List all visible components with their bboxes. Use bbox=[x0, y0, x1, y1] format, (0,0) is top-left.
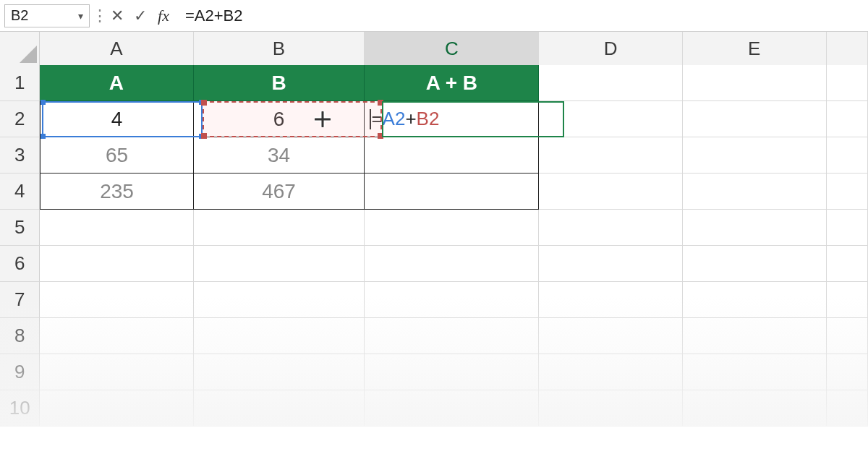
cell-c5[interactable] bbox=[365, 210, 539, 246]
cell-f7[interactable] bbox=[827, 282, 868, 318]
table-row: 6 bbox=[0, 246, 868, 282]
row-header-7[interactable]: 7 bbox=[0, 282, 40, 318]
separator-icon: ⋮ bbox=[97, 4, 103, 27]
table-row: 3 65 34 bbox=[0, 137, 868, 174]
excel-cross-cursor-icon bbox=[315, 111, 331, 127]
cell-f4[interactable] bbox=[827, 174, 868, 210]
cell-a4[interactable]: 235 bbox=[40, 174, 193, 210]
cell-e9[interactable] bbox=[683, 354, 827, 390]
cell-c2-editing[interactable]: =A2+B2 bbox=[365, 101, 539, 137]
row-header-1[interactable]: 1 bbox=[0, 65, 40, 101]
cell-c7[interactable] bbox=[365, 282, 539, 318]
cell-b1[interactable]: B bbox=[194, 65, 365, 101]
column-header-b[interactable]: B bbox=[194, 32, 365, 65]
row-header-3[interactable]: 3 bbox=[0, 137, 40, 174]
column-header-d[interactable]: D bbox=[539, 32, 683, 65]
cancel-button[interactable]: ✕ bbox=[106, 4, 129, 27]
enter-button[interactable]: ✓ bbox=[129, 4, 152, 27]
cell-b2[interactable]: 6 bbox=[194, 101, 365, 137]
name-box[interactable]: B2 ▾ bbox=[4, 4, 90, 27]
cell-a2[interactable]: 4 bbox=[40, 101, 193, 137]
cell-e3[interactable] bbox=[683, 137, 827, 174]
cell-f3[interactable] bbox=[827, 137, 868, 174]
cell-c1[interactable]: A + B bbox=[365, 65, 539, 101]
row-header-4[interactable]: 4 bbox=[0, 174, 40, 210]
cell-b10[interactable] bbox=[194, 390, 365, 427]
cell-e8[interactable] bbox=[683, 318, 827, 354]
cell-d10[interactable] bbox=[539, 390, 683, 427]
cell-b5[interactable] bbox=[194, 210, 365, 246]
row-header-2[interactable]: 2 bbox=[0, 101, 40, 137]
select-all-corner[interactable] bbox=[0, 32, 40, 65]
cell-f9[interactable] bbox=[827, 354, 868, 390]
row-header-8[interactable]: 8 bbox=[0, 318, 40, 354]
table-row: 2 4 6 =A2+B2 bbox=[0, 101, 868, 137]
insert-function-button[interactable]: fx bbox=[152, 4, 175, 27]
table-row: 1 A B A + B bbox=[0, 65, 868, 101]
formula-eq: = bbox=[371, 108, 382, 130]
cell-b6[interactable] bbox=[194, 246, 365, 282]
spreadsheet-grid: A B C D E 1 A B A + B 2 4 6 bbox=[0, 32, 868, 427]
column-header-f[interactable] bbox=[827, 32, 868, 65]
column-header-e[interactable]: E bbox=[683, 32, 827, 65]
cell-c6[interactable] bbox=[365, 246, 539, 282]
table-row: 4 235 467 bbox=[0, 174, 868, 210]
cell-d3[interactable] bbox=[539, 137, 683, 174]
formula-input[interactable] bbox=[175, 4, 864, 27]
cell-a10[interactable] bbox=[40, 390, 193, 427]
cell-b9[interactable] bbox=[194, 354, 365, 390]
cell-d9[interactable] bbox=[539, 354, 683, 390]
name-box-value: B2 bbox=[11, 7, 28, 24]
cell-e6[interactable] bbox=[683, 246, 827, 282]
cell-e4[interactable] bbox=[683, 174, 827, 210]
row-header-9[interactable]: 9 bbox=[0, 354, 40, 390]
cell-a1[interactable]: A bbox=[40, 65, 193, 101]
cell-f6[interactable] bbox=[827, 246, 868, 282]
cell-c9[interactable] bbox=[365, 354, 539, 390]
row-header-6[interactable]: 6 bbox=[0, 246, 40, 282]
cell-d6[interactable] bbox=[539, 246, 683, 282]
cell-c8[interactable] bbox=[365, 318, 539, 354]
cell-e7[interactable] bbox=[683, 282, 827, 318]
cell-b2-value: 6 bbox=[273, 108, 285, 131]
column-header-c[interactable]: C bbox=[365, 32, 539, 65]
cell-d4[interactable] bbox=[539, 174, 683, 210]
table-row: 5 bbox=[0, 210, 868, 246]
cell-f8[interactable] bbox=[827, 318, 868, 354]
cell-b7[interactable] bbox=[194, 282, 365, 318]
chevron-down-icon[interactable]: ▾ bbox=[78, 10, 83, 22]
row-header-5[interactable]: 5 bbox=[0, 210, 40, 246]
cell-d2[interactable] bbox=[539, 101, 683, 137]
cell-e5[interactable] bbox=[683, 210, 827, 246]
rows-container: 1 A B A + B 2 4 6 =A2+B2 bbox=[0, 65, 868, 427]
cell-a3[interactable]: 65 bbox=[40, 137, 193, 174]
table-row: 8 bbox=[0, 318, 868, 354]
cell-e10[interactable] bbox=[683, 390, 827, 427]
cell-e2[interactable] bbox=[683, 101, 827, 137]
cell-f2[interactable] bbox=[827, 101, 868, 137]
cell-c4[interactable] bbox=[365, 174, 539, 210]
cell-a5[interactable] bbox=[40, 210, 193, 246]
cell-d7[interactable] bbox=[539, 282, 683, 318]
cell-b4[interactable]: 467 bbox=[194, 174, 365, 210]
cell-d1[interactable] bbox=[539, 65, 683, 101]
cell-a9[interactable] bbox=[40, 354, 193, 390]
row-header-10[interactable]: 10 bbox=[0, 390, 40, 427]
cell-a7[interactable] bbox=[40, 282, 193, 318]
cell-b3[interactable]: 34 bbox=[194, 137, 365, 174]
cell-b8[interactable] bbox=[194, 318, 365, 354]
cell-d8[interactable] bbox=[539, 318, 683, 354]
cell-f1[interactable] bbox=[827, 65, 868, 101]
cell-a6[interactable] bbox=[40, 246, 193, 282]
close-icon: ✕ bbox=[111, 7, 124, 25]
cell-d5[interactable] bbox=[539, 210, 683, 246]
cell-f5[interactable] bbox=[827, 210, 868, 246]
table-row: 9 bbox=[0, 354, 868, 390]
cell-c10[interactable] bbox=[365, 390, 539, 427]
cell-a8[interactable] bbox=[40, 318, 193, 354]
cell-c3[interactable] bbox=[365, 137, 539, 174]
cell-f10[interactable] bbox=[827, 390, 868, 427]
column-header-a[interactable]: A bbox=[40, 32, 193, 65]
cell-e1[interactable] bbox=[683, 65, 827, 101]
check-icon: ✓ bbox=[134, 7, 147, 25]
